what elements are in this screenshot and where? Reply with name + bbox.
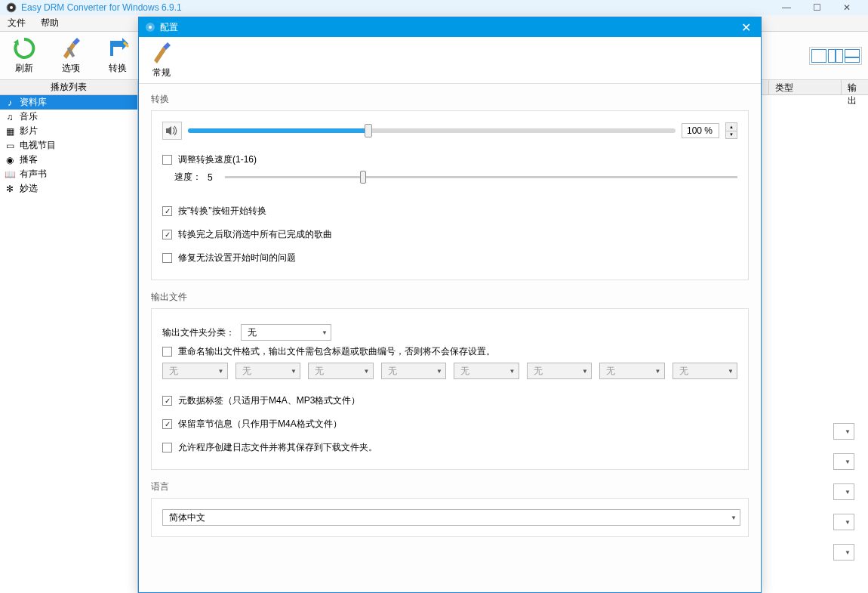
folder-sort-value: 无 — [248, 326, 257, 339]
options-label: 选项 — [62, 62, 80, 75]
rename-field-8[interactable]: 无▼ — [673, 363, 738, 379]
dialog-toolbar: 常规 — [139, 37, 761, 84]
adjust-speed-checkbox[interactable] — [162, 155, 172, 165]
volume-value[interactable]: 100 % — [682, 123, 719, 138]
speed-slider[interactable] — [225, 176, 737, 178]
chapter-checkbox[interactable] — [162, 419, 172, 429]
rename-field-1[interactable]: 无▼ — [162, 363, 228, 379]
col-type[interactable]: 类型 — [768, 80, 841, 94]
col-output[interactable]: 输出 — [841, 80, 868, 94]
sidebar-item-audiobook[interactable]: 📖 有声书 — [0, 167, 137, 181]
sidebar-item-movies[interactable]: ▦ 影片 — [0, 124, 137, 138]
menu-help[interactable]: 帮助 — [38, 15, 62, 31]
options-button[interactable]: 选项 — [53, 35, 89, 76]
options-icon — [59, 36, 83, 60]
rename-field-5[interactable]: 无▼ — [454, 363, 519, 379]
bg-dropdown-stubs: ▼ ▼ ▼ ▼ ▼ — [833, 423, 854, 561]
film-icon: ▦ — [5, 126, 15, 137]
sidebar-item-music[interactable]: ♫ 音乐 — [0, 110, 137, 124]
convert-icon — [106, 36, 130, 60]
main-titlebar: Easy DRM Converter for Windows 6.9.1 — ☐… — [0, 0, 868, 15]
sidebar-item-label: 妙选 — [20, 182, 38, 195]
podcast-icon: ◉ — [5, 155, 15, 165]
convert-label: 转换 — [109, 62, 127, 75]
view-toggle-2[interactable] — [828, 49, 843, 63]
refresh-label: 刷新 — [15, 62, 33, 75]
dialog-icon — [145, 22, 155, 32]
dialog-title: 配置 — [160, 21, 737, 34]
metadata-checkbox[interactable] — [162, 396, 172, 406]
svg-point-1 — [10, 6, 13, 9]
sidebar: 播放列表 ♪ 资料库 ♫ 音乐 ▦ 影片 ▭ 电视节目 ◉ 播客 📖 有声书 ✻… — [0, 80, 138, 593]
dialog-close-button[interactable]: ✕ — [737, 18, 755, 36]
language-dropdown[interactable]: 简体中文 ▼ — [162, 509, 740, 526]
bg-dropdown[interactable]: ▼ — [833, 514, 854, 530]
bg-dropdown[interactable]: ▼ — [833, 544, 854, 561]
section-language-title: 语言 — [151, 480, 749, 493]
folder-sort-dropdown[interactable]: 无 ▼ — [241, 324, 331, 341]
convert-button[interactable]: 转换 — [100, 35, 136, 76]
library-icon: ♪ — [5, 97, 15, 108]
rename-field-4[interactable]: 无▼ — [381, 363, 447, 379]
config-dialog: 配置 ✕ 常规 转换 100 % ▲▼ — [138, 17, 762, 593]
general-tab[interactable]: 常规 — [145, 41, 178, 79]
tv-icon: ▭ — [5, 141, 15, 151]
rename-field-7[interactable]: 无▼ — [599, 363, 665, 379]
menu-file[interactable]: 文件 — [5, 15, 29, 31]
svg-point-4 — [149, 26, 152, 29]
refresh-button[interactable]: 刷新 — [6, 35, 42, 76]
folder-sort-label: 输出文件夹分类： — [162, 326, 235, 339]
uncheck-done-checkbox[interactable] — [162, 230, 172, 239]
sidebar-item-label: 影片 — [20, 125, 38, 137]
section-output: 输出文件夹分类： 无 ▼ 重命名输出文件格式，输出文件需包含标题或歌曲编号，否则… — [151, 308, 749, 470]
close-button[interactable]: ✕ — [832, 0, 862, 15]
sidebar-item-label: 资料库 — [20, 96, 47, 109]
metadata-label: 元数据标签（只适用于M4A、MP3格式文件） — [178, 394, 360, 407]
uncheck-done-label: 转换完之后取消选中所有已完成的歌曲 — [178, 228, 332, 241]
sidebar-item-label: 播客 — [20, 153, 38, 166]
chevron-down-icon: ▼ — [731, 514, 737, 521]
chapter-label: 保留章节信息（只作用于M4A格式文件） — [178, 418, 342, 431]
speed-value: 5 — [208, 172, 213, 183]
rename-field-6[interactable]: 无▼ — [527, 363, 593, 379]
section-language: 简体中文 ▼ — [151, 498, 749, 537]
view-toggle-3[interactable] — [845, 49, 860, 63]
book-icon: 📖 — [5, 169, 15, 180]
sidebar-item-label: 音乐 — [20, 110, 38, 123]
dialog-body: 转换 100 % ▲▼ 调整转换速度(1-16) 速度： 5 — [139, 84, 761, 592]
tools-icon — [149, 41, 174, 65]
general-tab-label: 常规 — [152, 66, 171, 79]
sidebar-item-tv[interactable]: ▭ 电视节目 — [0, 138, 137, 153]
bg-dropdown[interactable]: ▼ — [833, 453, 854, 470]
rename-label: 重命名输出文件格式，输出文件需包含标题或歌曲编号，否则将不会保存设置。 — [178, 345, 495, 358]
adjust-speed-label: 调整转换速度(1-16) — [178, 153, 257, 166]
start-convert-label: 按"转换"按钮开始转换 — [178, 205, 266, 218]
window-title: Easy DRM Converter for Windows 6.9.1 — [21, 2, 771, 13]
rename-field-2[interactable]: 无▼ — [235, 363, 301, 379]
volume-icon — [162, 122, 182, 140]
rename-field-3[interactable]: 无▼ — [308, 363, 374, 379]
section-convert-title: 转换 — [151, 93, 749, 106]
view-toggles — [809, 47, 862, 65]
maximize-button[interactable]: ☐ — [802, 0, 832, 15]
volume-spinner[interactable]: ▲▼ — [725, 122, 737, 139]
rename-checkbox[interactable] — [162, 347, 172, 357]
sidebar-item-label: 有声书 — [20, 168, 47, 181]
view-toggle-1[interactable] — [811, 49, 826, 63]
sidebar-item-library[interactable]: ♪ 资料库 — [0, 95, 137, 110]
bg-dropdown[interactable]: ▼ — [833, 423, 854, 440]
gear-icon: ✻ — [5, 184, 15, 194]
section-convert: 100 % ▲▼ 调整转换速度(1-16) 速度： 5 按"转换"按钮开始转换 — [151, 110, 749, 280]
app-icon — [6, 2, 17, 13]
logfile-checkbox[interactable] — [162, 443, 172, 452]
minimize-button[interactable]: — — [771, 0, 802, 15]
sidebar-item-podcast[interactable]: ◉ 播客 — [0, 153, 137, 167]
bg-dropdown[interactable]: ▼ — [833, 483, 854, 500]
sidebar-item-genius[interactable]: ✻ 妙选 — [0, 181, 137, 196]
volume-slider[interactable] — [188, 128, 676, 133]
start-convert-checkbox[interactable] — [162, 206, 172, 216]
dialog-titlebar: 配置 ✕ — [139, 17, 761, 37]
refresh-icon — [12, 36, 36, 60]
fix-time-checkbox[interactable] — [162, 253, 172, 263]
chevron-down-icon: ▼ — [322, 329, 328, 336]
